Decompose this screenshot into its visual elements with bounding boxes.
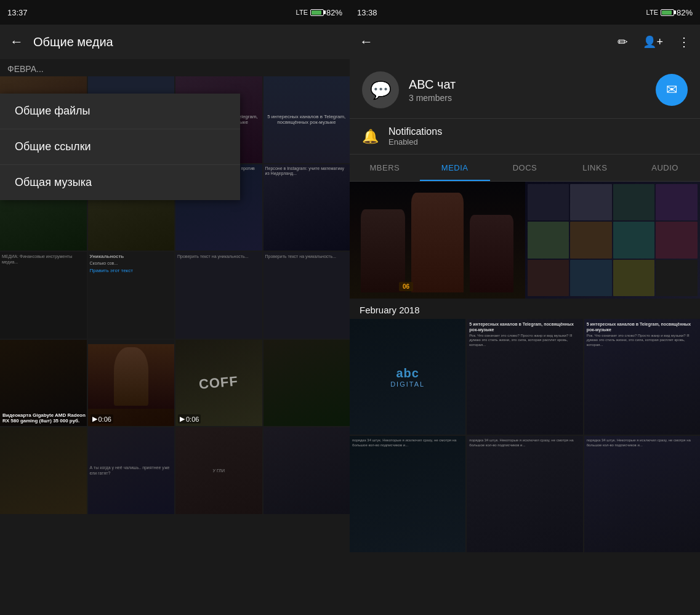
right-status-right: LTE 82%	[646, 8, 693, 17]
chat-members: 3 members	[409, 93, 646, 103]
right-media-grid: abc DIGITAL 5 интересных каналов в Teleg…	[350, 319, 700, 435]
coff-text: COFF	[198, 373, 239, 392]
video-duration-text-2: 0:06	[186, 416, 199, 423]
video-duration-badge: ▶0:06	[91, 414, 113, 424]
right-media-row-2: порядка 34 штук. Некоторые я исключил ср…	[350, 436, 700, 552]
right-status-bar: 13:38 LTE 82%	[350, 0, 700, 25]
video-duration-text: 0:06	[99, 416, 111, 423]
media-cell[interactable]: Персоне в Instagram: учите математику из…	[264, 164, 350, 251]
right-top-bar: ← ✏ 👤+ ⋮	[350, 25, 700, 59]
right-media-cell[interactable]: порядка 34 штук. Некоторые я исключил ср…	[467, 436, 582, 552]
profile-section: 💬 АВС чат 3 members ✉	[350, 59, 700, 119]
chat-avatar-icon: 💬	[370, 80, 392, 100]
media-cell-video[interactable]: ▶0:06	[88, 340, 175, 427]
tab-links[interactable]: LINKS	[560, 155, 630, 181]
left-month-label: ФЕВРА...	[0, 59, 350, 76]
left-battery-icon	[310, 9, 324, 16]
media-cell-coffee[interactable]: COFF ▶0:06	[175, 340, 262, 427]
right-battery-tip	[674, 10, 676, 14]
dropdown-item-music[interactable]: Общая музыка	[0, 165, 240, 200]
featured-left: 06	[350, 182, 525, 299]
right-battery-icon	[661, 9, 674, 16]
right-media-cell[interactable]: порядка 34 штук. Некоторые я исключил ср…	[584, 436, 700, 552]
add-member-button[interactable]: 👤+	[643, 35, 663, 49]
tabs-bar: MBERS MEDIA DOCS LINKS AUDIO	[350, 155, 700, 182]
right-battery-fill	[662, 10, 672, 15]
right-header-actions: ✏ 👤+ ⋮	[618, 34, 690, 49]
right-media-cell[interactable]: порядка 34 штук. Некоторые я исключил ср…	[350, 436, 465, 552]
tab-media[interactable]: MEDIA	[420, 155, 490, 181]
featured-right	[525, 182, 701, 299]
right-featured-image[interactable]: 06	[350, 182, 700, 299]
notifications-title: Notifications	[388, 126, 688, 137]
media-cell[interactable]: Видеокарта Gigabyte AMD Radeon RX 580 ga…	[0, 340, 87, 427]
right-battery-pct: 82%	[677, 8, 693, 17]
right-media-cell[interactable]: abc DIGITAL	[350, 319, 465, 435]
dropdown-menu: Общие файлы Общие ссылки Общая музыка	[0, 94, 240, 200]
right-media-section: 06	[350, 182, 700, 615]
left-battery-pct: 82%	[326, 8, 342, 17]
tab-members[interactable]: MBERS	[350, 155, 420, 181]
notifications-text: Notifications Enabled	[388, 126, 688, 147]
media-cell[interactable]: 5 интересных каналов в Telegram, посвящё…	[264, 76, 350, 163]
media-cell[interactable]: Проверить текст на уникальность...	[175, 252, 262, 339]
chat-info: АВС чат 3 members	[409, 78, 646, 103]
chat-name: АВС чат	[409, 78, 646, 92]
left-page-title: Общие медиа	[33, 35, 113, 49]
message-fab-icon: ✉	[666, 82, 677, 98]
right-media-cell[interactable]: 5 интересных каналов в Telegram, посвящё…	[584, 319, 700, 435]
left-battery-fill	[312, 10, 321, 15]
media-cell[interactable]	[0, 427, 87, 514]
right-panel: 13:38 LTE 82% ← ✏ 👤+ ⋮ 💬 АВС чат 3 membe…	[350, 0, 700, 615]
left-back-button[interactable]: ←	[10, 34, 23, 50]
right-back-button[interactable]: ←	[360, 34, 373, 50]
left-top-bar: ← Общие медиа	[0, 25, 350, 59]
message-fab-button[interactable]: ✉	[656, 74, 688, 106]
media-cell[interactable]	[264, 427, 350, 514]
edit-button[interactable]: ✏	[618, 34, 628, 49]
more-button[interactable]: ⋮	[678, 34, 690, 49]
left-battery-tip	[324, 10, 326, 14]
media-cell[interactable]: Уникальность Сколько сов... Править этот…	[88, 252, 175, 339]
video-duration-badge-2: ▶0:06	[178, 414, 201, 424]
notifications-icon: 🔔	[362, 129, 379, 145]
notifications-row: 🔔 Notifications Enabled	[350, 119, 700, 155]
dropdown-item-links[interactable]: Общие ссылки	[0, 129, 240, 165]
right-lte-label: LTE	[646, 9, 658, 16]
tab-docs[interactable]: DOCS	[490, 155, 560, 181]
left-panel: 13:37 LTE 82% ← Общие медиа ФЕВРА...	[0, 0, 350, 615]
chat-avatar: 💬	[362, 71, 399, 108]
left-status-right: LTE 82%	[296, 8, 342, 17]
media-cell[interactable]: Проверить текст на уникальность...	[264, 252, 350, 339]
left-status-bar: 13:37 LTE 82%	[0, 0, 350, 25]
dropdown-item-files[interactable]: Общие файлы	[0, 94, 240, 129]
notifications-status: Enabled	[388, 137, 688, 147]
media-cell[interactable]: У ГЛИ	[175, 427, 262, 514]
media-cell[interactable]: МЕДИА: Финансовые инструменты медиа...	[0, 252, 87, 339]
right-media-cell[interactable]: 5 интересных каналов в Telegram, посвящё…	[467, 319, 582, 435]
right-month-label: February 2018	[350, 299, 700, 319]
left-media-container: ФЕВРА... 5 интересных каналов в Telegram…	[0, 59, 350, 615]
right-time: 13:38	[357, 8, 377, 17]
media-cell[interactable]	[264, 340, 350, 427]
left-lte-label: LTE	[296, 9, 308, 16]
media-cell[interactable]: А ты когда у неё чалишь.. приятнее уже е…	[88, 427, 175, 514]
left-time: 13:37	[7, 8, 28, 17]
tab-audio[interactable]: AUDIO	[630, 155, 700, 181]
